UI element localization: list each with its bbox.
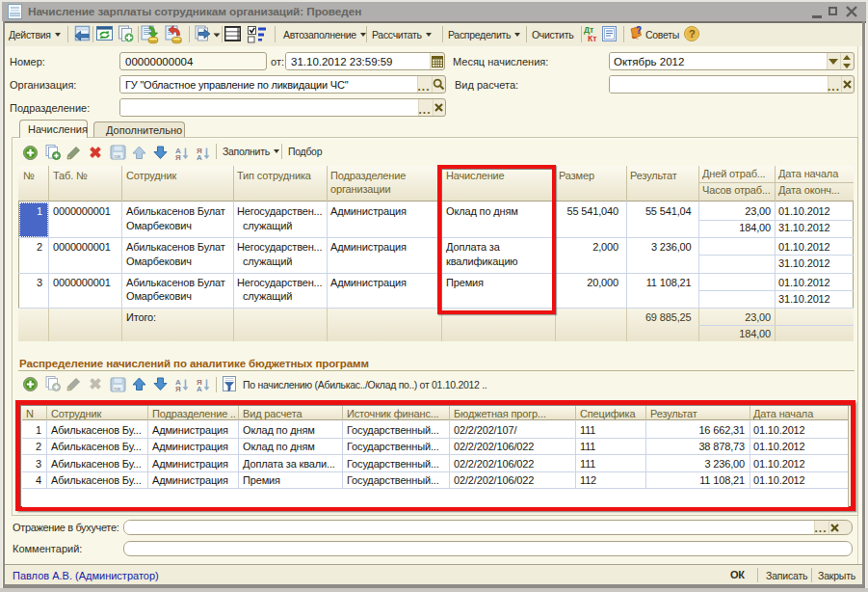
svg-text:Я: Я — [175, 153, 181, 162]
svg-text:Я: Я — [175, 385, 181, 393]
svg-text:?: ? — [689, 28, 696, 40]
svg-text:?: ? — [636, 25, 642, 36]
svg-text:Кт: Кт — [588, 34, 596, 43]
svg-text:ток: ток — [114, 386, 121, 391]
svg-text:А: А — [197, 153, 202, 162]
svg-text:ток: ток — [114, 153, 121, 159]
svg-text:А: А — [197, 385, 202, 393]
